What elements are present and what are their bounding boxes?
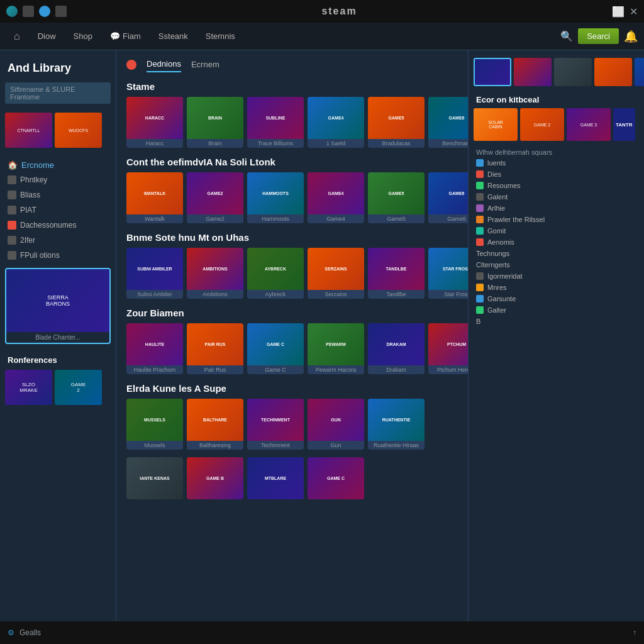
nav-home-icon[interactable]: ⌂ [6,27,28,46]
game-card[interactable]: BALTHARE Baltharesing [187,399,243,450]
right-panel-item-clterngerts[interactable]: Clterngerts [469,259,644,270]
game-card[interactable]: SUBLINE Trace Billiums [247,97,304,148]
sidebar-item-fpuli[interactable]: FPuli otions [0,248,116,263]
game-card[interactable]: SERZAINS Serzains [308,248,364,299]
right-panel-item-aenomis[interactable]: Aenomis [469,236,644,248]
game-card[interactable]: PTCHUM Ptchum Heroes [428,323,468,374]
game-card[interactable]: GAME B [187,457,243,499]
game-card[interactable]: GUN Gun [308,399,364,450]
game-card[interactable]: WANTALK Wantalk [126,172,183,223]
game-label: Techinment [247,441,304,450]
window-icon-3 [55,6,67,17]
app-title: steam [321,6,357,17]
sidebar-item-phntkey[interactable]: Phntkey [0,172,116,187]
search-icon[interactable]: 🔍 [560,30,573,42]
game-card[interactable]: GAME5 Game5 [368,172,425,223]
search-button[interactable]: Searci [578,28,619,44]
sidebar-item-dachess[interactable]: Dachessonumes [0,218,116,233]
game-card[interactable]: HAULITE Haulite Prachom [126,323,183,374]
section-title-elrda: Elrda Kune les A Supe [116,379,468,396]
title-bar: steam ⬜ ✕ [0,0,644,23]
right-panel-thumb-2[interactable] [514,58,552,86]
right-panel-item-mnres[interactable]: Mnres [469,282,644,293]
right-panel-item-resoumes[interactable]: Resoumes [469,180,644,191]
game-card[interactable]: GAME6 Benchmark [428,97,468,148]
tab-dednions[interactable]: Dednions [147,57,181,72]
game-card[interactable]: GAME C Game C [247,323,304,374]
right-panel-item-dies[interactable]: Dies [469,169,644,180]
sidebar-item-piat[interactable]: PIAT [0,203,116,218]
sidebar-item-icon-bliass [8,191,16,199]
nav-ssteank[interactable]: Ssteank [151,28,196,45]
right-panel-item-luents[interactable]: luents [469,157,644,169]
nav-stemnis[interactable]: Stemnis [198,28,243,45]
bottom-right-icon: ↑ [633,628,636,637]
game-card[interactable]: GAME4 1 Saeld [308,97,364,148]
game-label: Ptchum Heroes [428,365,468,374]
game-card[interactable]: BRAIN Brain [187,97,243,148]
tab-ecrnem[interactable]: Ecrnem [191,57,219,72]
game-card[interactable]: HARACC Haracc [126,97,183,148]
sidebar-thumb-2[interactable]: WUOCFS [55,113,102,148]
game-card[interactable]: GAME2 Game2 [187,172,243,223]
close-icon[interactable]: ✕ [630,6,638,18]
right-panel-item-galter[interactable]: Galter [469,304,644,316]
game-card[interactable]: GAME C [308,457,364,499]
game-card[interactable]: TECHINMENT Techinment [247,399,304,450]
sidebar-game-large[interactable]: SIERRABARONS Blade Chanter... [5,268,111,344]
sidebar-item-icon-fpuli [8,251,16,260]
nav-fiam[interactable]: 💬 Fiam [103,28,148,45]
game-card[interactable]: TANDLBE Tandlbe [368,248,425,299]
game-row-stame: HARACC Haracc BRAIN Brain SUBLINE Trace … [116,94,468,153]
right-panel-thumb-4[interactable] [594,58,632,86]
game-card[interactable]: IANTE KENAS [126,457,183,499]
game-card[interactable]: HAMMOOTS Hammoots [247,172,304,223]
notifications-icon[interactable]: 🔔 [624,30,638,43]
right-panel-feat-4[interactable]: TANTR [613,108,635,141]
game-card[interactable]: SUBNI AMBILER Subni Ambiler [126,248,183,299]
right-panel-thumb-3[interactable] [554,58,592,86]
right-panel-item-garsunte[interactable]: Garsunte [469,293,644,304]
bottom-bar: ⚙ Gealls ↑ [0,621,644,644]
game-card[interactable]: AYBRECK Aybreck [247,248,304,299]
game-card[interactable]: MTBLARE [247,457,304,499]
game-card[interactable]: GAME5 Bradulacas [368,97,425,148]
right-panel-thumb-1[interactable] [474,58,511,86]
right-panel-item-igormeridat[interactable]: Igormeridat [469,270,644,282]
game-row-zour: HAULITE Haulite Prachom PAIR RUS Pair Ru… [116,321,468,379]
nav-diow[interactable]: Diow [30,28,64,45]
right-panel-subtitle: Wlhw delhbernah squars [469,146,644,157]
game-card[interactable]: DRAKAM Drakam [368,323,425,374]
game-card[interactable]: PAIR RUS Pair Rus [187,323,243,374]
nav-shop[interactable]: Shop [66,28,100,45]
minimize-icon[interactable]: ⬜ [612,6,625,18]
right-panel-item-gomit[interactable]: Gomit [469,225,644,236]
sidebar-fav-2[interactable]: GAME2 [55,370,102,405]
right-panel-item-technungs[interactable]: Technungs [469,248,644,259]
right-panel-item-galent[interactable]: Galent [469,191,644,203]
game-card[interactable]: STAR FROST Star Frost [428,248,468,299]
game-card[interactable]: RUATHENTIE Ruathentie Hiraas [368,399,425,450]
game-label: Baltharesing [187,441,243,450]
sidebar-thumb-1[interactable]: CTNARTLL [5,113,52,148]
right-panel: Featured 1! Ecor on kitbceal SOLARCABIN … [468,50,644,644]
game-card[interactable]: GAME4 Game4 [308,172,364,223]
game-card[interactable]: AMBITIONS Ambitions [187,248,243,299]
sidebar-item-bliass[interactable]: Bliass [0,187,116,203]
right-panel-feat-2[interactable]: GAME 2 [520,108,564,141]
right-panel-feat-3[interactable]: GAME 3 [567,108,611,141]
right-panel-item-prawler[interactable]: Prawler the Rilssel [469,214,644,225]
sidebar-title: And Library [0,57,116,82]
right-panel-item-b[interactable]: B [469,316,644,327]
sidebar-item-2ifer[interactable]: 2Ifer [0,233,116,248]
game-card[interactable]: PEWARM Pewarm Hacora [308,323,364,374]
sidebar-fav-1[interactable]: SLZOMRAKE [5,370,52,405]
right-panel-icon-igormeridat [476,272,484,280]
right-panel-item-arlhie[interactable]: Arlhie [469,203,644,214]
right-panel-feat-1[interactable]: SOLARCABIN [474,108,518,141]
right-panel-thumb-5[interactable] [635,58,644,86]
game-card[interactable]: MUSSELS Mussels [126,399,183,450]
sidebar-filter[interactable]: Siftrename & SLURE Frantome [5,82,111,104]
game-card[interactable]: GAME6 Game6 [428,172,468,223]
right-panel-section-title: Ecor on kitbceal [469,91,644,106]
